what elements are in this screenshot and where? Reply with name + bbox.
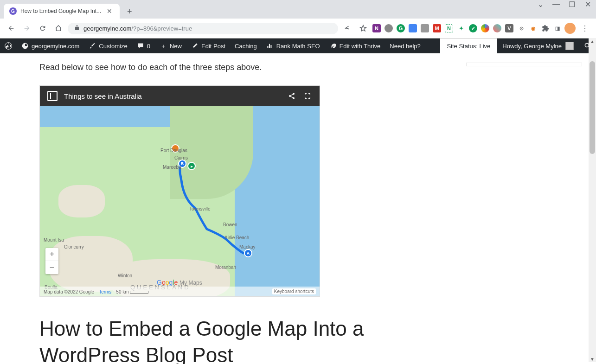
map-keyboard-shortcuts[interactable]: Keyboard shortcuts xyxy=(272,288,316,294)
sidepanel-icon[interactable]: ◨ xyxy=(553,24,562,32)
wp-admin-bar: georgemylne.com Customize 0 +New Edit Po… xyxy=(0,38,596,53)
map-route xyxy=(40,106,320,296)
ext-icon-2[interactable] xyxy=(385,24,393,32)
map-header: Things to see in Australia xyxy=(40,86,320,106)
map-canvas[interactable]: B ▸ A Port Douglas Cairns Mareeba Townsv… xyxy=(40,106,320,296)
place-label: Mount Isa xyxy=(44,237,64,243)
map-share-icon[interactable] xyxy=(287,91,296,101)
address-bar: georgemylne.com/?p=896&preview=true N G … xyxy=(0,19,596,38)
tab-bar: G How to Embed Google Map Int... ✕ + xyxy=(0,0,596,19)
map-fullscreen-icon[interactable] xyxy=(303,91,312,101)
map-zoom-controls: + − xyxy=(45,248,58,274)
map-sidebar-toggle-icon[interactable] xyxy=(47,91,58,101)
ext-icon-9[interactable]: ✓ xyxy=(469,24,477,32)
google-mymaps-logo: Google My Maps xyxy=(157,279,202,286)
ext-icon-13[interactable]: ⊘ xyxy=(517,24,526,32)
place-label: Port Douglas xyxy=(160,148,187,153)
profile-avatar[interactable] xyxy=(564,23,576,34)
onenote-ext-icon[interactable]: N xyxy=(372,24,381,32)
brush-icon xyxy=(89,42,96,50)
wp-rank-math[interactable]: Rank Math SEO xyxy=(262,38,325,53)
wp-site-status[interactable]: Site Status: Live xyxy=(440,38,497,53)
browser-chrome: G How to Embed Google Map Int... ✕ + geo… xyxy=(0,0,596,38)
article-heading: How to Embed a Google Map Into a WordPre… xyxy=(39,315,443,364)
wp-site-name[interactable]: georgemylne.com xyxy=(17,38,84,53)
wp-help[interactable]: Need help? xyxy=(385,38,425,53)
chart-icon xyxy=(266,42,274,50)
ext-icon-10[interactable] xyxy=(481,24,489,32)
dashboard-icon xyxy=(21,42,29,50)
wp-edit-post[interactable]: Edit Post xyxy=(186,38,230,53)
wp-user-menu[interactable]: Howdy, George Mylne xyxy=(497,42,579,50)
wp-comments[interactable]: 0 xyxy=(132,38,155,53)
url-text: georgemylne.com/?p=896&preview=true xyxy=(83,25,192,32)
place-label: Cloncurry xyxy=(64,244,84,249)
favicon-icon: G xyxy=(9,7,17,15)
comment-icon xyxy=(137,42,144,50)
tab-title: How to Embed Google Map Int... xyxy=(20,8,101,14)
place-label: Winton xyxy=(118,273,132,278)
map-scale: 50 km xyxy=(116,289,148,294)
place-label: Bowen xyxy=(223,222,237,227)
place-label: Cairns xyxy=(174,155,188,160)
scroll-up-icon[interactable]: ▲ xyxy=(590,39,595,44)
tab-close-icon[interactable]: ✕ xyxy=(105,7,114,15)
ext-icon-11[interactable] xyxy=(493,24,501,32)
chrome-menu-icon[interactable]: ⋮ xyxy=(578,24,591,33)
notion-ext-icon[interactable]: N xyxy=(445,24,453,32)
google-map-embed: Things to see in Australia xyxy=(39,85,320,297)
ext-icon-4[interactable] xyxy=(409,24,417,32)
extension-icons: N G M N ✦ ✓ V ⊘ ◉ ◨ xyxy=(372,24,562,32)
place-label: Townsville xyxy=(189,206,211,211)
url-input[interactable]: georgemylne.com/?p=896&preview=true xyxy=(68,23,338,34)
place-label: Mackay xyxy=(239,244,255,249)
wordpress-icon xyxy=(5,42,12,50)
wp-caching[interactable]: Caching xyxy=(230,38,262,53)
forward-button[interactable] xyxy=(20,22,33,35)
lock-icon xyxy=(74,25,80,32)
map-terms-link[interactable]: Terms xyxy=(99,289,111,294)
wp-logo-menu[interactable] xyxy=(0,38,17,53)
bookmark-icon[interactable] xyxy=(357,22,370,35)
scroll-down-icon[interactable]: ▼ xyxy=(590,357,595,361)
extensions-puzzle-icon[interactable] xyxy=(541,24,550,32)
ext-icon-8[interactable]: ✦ xyxy=(457,24,465,32)
scrollbar-thumb[interactable] xyxy=(590,61,595,154)
home-button[interactable] xyxy=(52,22,65,35)
map-marker-a[interactable]: A xyxy=(244,249,252,257)
zoom-out-button[interactable]: − xyxy=(45,261,58,274)
close-window-icon[interactable]: ✕ xyxy=(585,1,590,7)
plus-icon: + xyxy=(160,42,167,50)
browser-tab[interactable]: G How to Embed Google Map Int... ✕ xyxy=(4,4,120,19)
back-button[interactable] xyxy=(5,22,18,35)
wp-thrive[interactable]: Edit with Thrive xyxy=(325,38,385,53)
sidebar xyxy=(452,53,596,364)
gmail-ext-icon[interactable]: M xyxy=(433,24,441,32)
map-footer: Map data ©2022 Google Terms 50 km Keyboa… xyxy=(40,287,320,296)
map-attribution: Map data ©2022 Google xyxy=(44,289,94,294)
map-title: Things to see in Australia xyxy=(64,92,281,100)
zoom-in-button[interactable]: + xyxy=(45,248,58,261)
sidebar-widget xyxy=(466,63,582,66)
user-avatar-icon xyxy=(565,42,574,50)
minimize-icon[interactable]: — xyxy=(553,1,559,7)
ext-icon-14[interactable]: ◉ xyxy=(529,24,538,32)
scrollbar-track[interactable]: ▲ ▼ xyxy=(589,38,596,362)
pencil-icon xyxy=(191,42,199,50)
ext-icon-5[interactable] xyxy=(421,24,429,32)
place-label: Moranbah xyxy=(215,265,236,270)
intro-paragraph: Read below to see how to do each of the … xyxy=(39,63,443,72)
wp-customize[interactable]: Customize xyxy=(84,38,132,53)
grammarly-ext-icon[interactable]: G xyxy=(397,24,405,32)
new-tab-button[interactable]: + xyxy=(123,5,136,19)
place-label: Airlie Beach xyxy=(224,235,249,240)
leaf-icon xyxy=(329,42,337,50)
wp-new[interactable]: +New xyxy=(155,38,186,53)
maximize-icon[interactable]: ☐ xyxy=(569,1,575,7)
map-marker-video[interactable]: ▸ xyxy=(187,162,196,170)
window-dropdown-icon[interactable]: ⌄ xyxy=(538,1,543,7)
place-label: Mareeba xyxy=(163,165,181,170)
ext-icon-12[interactable]: V xyxy=(505,24,513,32)
reload-button[interactable] xyxy=(36,22,49,35)
share-icon[interactable] xyxy=(341,22,354,35)
